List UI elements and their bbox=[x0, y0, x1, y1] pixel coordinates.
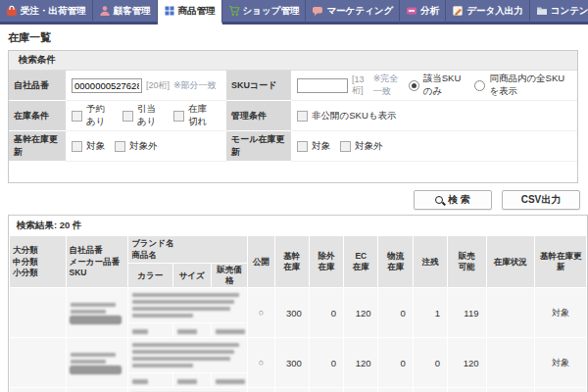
header-backorder: 注残 bbox=[414, 236, 447, 287]
checkbox-reserved-label: 予約あり bbox=[86, 103, 113, 128]
sellable-value: 120 bbox=[448, 388, 485, 392]
tab-label: 分析 bbox=[420, 5, 439, 18]
checkbox-mall-target[interactable] bbox=[297, 141, 308, 152]
table-row[interactable]: ○ 300 0 120 0 0 120 対象 bbox=[10, 388, 588, 392]
mall-stock-update-value-cell: 対象 対象外 bbox=[291, 131, 577, 162]
own-code-match-hint: ※部分一致 bbox=[173, 79, 217, 92]
redacted-product-name bbox=[128, 338, 247, 372]
checkbox-core-not-target-label: 対象外 bbox=[129, 140, 158, 153]
search-button-label: 検 索 bbox=[448, 193, 470, 207]
core-stock-value: 300 bbox=[275, 338, 309, 387]
tab-content-management[interactable]: コンテンツ管理 bbox=[530, 0, 588, 24]
redacted-product-name bbox=[128, 388, 247, 392]
tab-order-management[interactable]: 受注・出荷管理 bbox=[0, 0, 93, 24]
tab-label: コンテンツ管理 bbox=[551, 5, 588, 18]
own-code-input[interactable] bbox=[72, 78, 142, 93]
header-category: 大分類中分類小分類 bbox=[10, 236, 66, 287]
checkbox-mall-not-target[interactable] bbox=[340, 141, 351, 152]
search-form: 自社品番 [20桁] ※部分一致 SKUコード [13桁] ※完全一致 該当SK… bbox=[9, 71, 577, 182]
search-button[interactable]: 検 索 bbox=[414, 190, 492, 210]
redacted-text bbox=[132, 357, 230, 361]
core-update-value: 対象 bbox=[535, 388, 587, 392]
grid-icon bbox=[164, 5, 175, 17]
radio-all-sku-in-product[interactable] bbox=[474, 80, 485, 91]
header-brand-product-name: ブランド名商品名 bbox=[128, 236, 247, 263]
redacted-product-codes bbox=[67, 388, 128, 392]
redacted-text bbox=[216, 379, 245, 384]
checkbox-core-target-label: 対象 bbox=[86, 140, 105, 153]
sku-code-digits-hint: [13桁] bbox=[352, 74, 369, 97]
checkbox-mall-target-label: 対象 bbox=[312, 140, 330, 153]
redacted-text bbox=[132, 314, 193, 318]
redacted-size-value bbox=[173, 323, 211, 337]
redacted-text bbox=[132, 329, 148, 334]
page-title: 在庫一覧 bbox=[8, 30, 580, 45]
sku-code-input[interactable] bbox=[297, 78, 348, 93]
tab-data-io[interactable]: データ入出力 bbox=[446, 0, 529, 24]
tab-label: 顧客管理 bbox=[114, 5, 151, 18]
redacted-price-value bbox=[212, 323, 247, 337]
tab-shop-management[interactable]: ショップ管理 bbox=[222, 0, 307, 24]
admin-condition-label: 管理条件 bbox=[226, 101, 291, 131]
csv-export-button-label: CSV出力 bbox=[521, 193, 562, 207]
cart-icon bbox=[228, 5, 240, 17]
checkbox-show-private-sku[interactable] bbox=[297, 111, 308, 122]
own-code-value-cell: [20桁] ※部分一致 bbox=[66, 71, 226, 101]
stock-condition-label: 在庫条件 bbox=[9, 101, 66, 131]
own-code-digits-hint: [20桁] bbox=[146, 79, 170, 92]
redacted-text bbox=[71, 360, 106, 364]
redacted-text bbox=[177, 329, 197, 334]
header-product-codes: 自社品番メーカー品番SKU bbox=[67, 236, 128, 287]
tab-customer-management[interactable]: 顧客管理 bbox=[93, 0, 158, 24]
public-mark: ○ bbox=[248, 338, 273, 387]
core-stock-value: 300 bbox=[275, 288, 309, 337]
redacted-text bbox=[132, 350, 234, 354]
checkbox-core-target[interactable] bbox=[72, 141, 82, 152]
radio-matching-sku-only[interactable] bbox=[409, 80, 419, 91]
tab-marketing[interactable]: マーケティング bbox=[306, 0, 400, 24]
header-size: サイズ bbox=[173, 264, 211, 287]
redacted-product-codes bbox=[67, 288, 128, 337]
core-update-value: 対象 bbox=[535, 288, 587, 337]
checkbox-out-of-stock[interactable] bbox=[173, 111, 184, 122]
tab-label: データ入出力 bbox=[466, 5, 522, 18]
public-mark: ○ bbox=[248, 388, 273, 392]
header-core-stock-update: 基幹在庫更新 bbox=[535, 236, 587, 287]
header-stock-status: 在庫状況 bbox=[487, 236, 534, 287]
own-code-label: 自社品番 bbox=[9, 71, 66, 101]
tab-product-management[interactable]: 商品管理 bbox=[158, 0, 222, 24]
header-ec-stock: EC在庫 bbox=[344, 236, 377, 287]
top-nav: 受注・出荷管理 顧客管理 商品管理 ショップ管理 マーケティング 分析 データ入… bbox=[0, 0, 588, 24]
table-row[interactable]: ○ 300 0 120 0 1 119 対象 bbox=[10, 288, 588, 322]
backorder-value: 0 bbox=[414, 388, 447, 392]
action-button-row: 検 索 CSV出力 bbox=[8, 190, 580, 210]
search-conditions-panel: 検索条件 自社品番 [20桁] ※部分一致 SKUコード [13桁] ※完全一致… bbox=[8, 50, 578, 183]
core-stock-value: 300 bbox=[275, 388, 309, 392]
logistics-stock-value: 0 bbox=[378, 288, 412, 337]
checkbox-allocated[interactable] bbox=[122, 111, 133, 122]
checkbox-reserved[interactable] bbox=[72, 111, 82, 122]
header-core-stock: 基幹在庫 bbox=[275, 236, 309, 287]
excluded-stock-value: 0 bbox=[310, 388, 343, 392]
checkbox-allocated-label: 引当あり bbox=[137, 103, 164, 128]
tab-analysis[interactable]: 分析 bbox=[400, 0, 446, 24]
redacted-product-codes bbox=[67, 338, 128, 387]
stock-condition-value-cell: 予約あり 引当あり 在庫切れ bbox=[66, 101, 226, 131]
checkbox-core-not-target[interactable] bbox=[115, 141, 125, 152]
redacted-color-value bbox=[128, 323, 172, 337]
redacted-text bbox=[216, 329, 245, 334]
csv-export-button[interactable]: CSV出力 bbox=[502, 190, 580, 210]
backorder-value: 0 bbox=[414, 338, 447, 387]
excluded-stock-value: 0 bbox=[310, 288, 343, 337]
redacted-text bbox=[132, 379, 148, 384]
redacted-text bbox=[132, 343, 239, 347]
stock-status-value bbox=[487, 338, 534, 387]
pencil-icon bbox=[452, 5, 464, 17]
logistics-stock-value: 0 bbox=[378, 338, 412, 387]
search-conditions-header: 検索条件 bbox=[9, 51, 577, 71]
checkbox-show-private-sku-label: 非公開のSKUも表示 bbox=[312, 110, 396, 122]
category-cell bbox=[10, 288, 66, 337]
sku-code-label: SKUコード bbox=[226, 71, 291, 101]
sku-code-value-cell: [13桁] ※完全一致 該当SKUのみ 同商品内の全SKUを表示 bbox=[291, 71, 577, 101]
table-row[interactable]: ○ 300 0 120 0 0 120 対象 bbox=[10, 338, 588, 372]
